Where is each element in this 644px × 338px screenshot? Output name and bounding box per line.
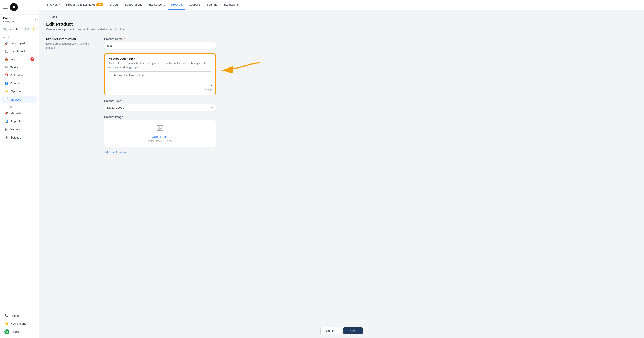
settings-icon: ⚙ <box>4 135 8 139</box>
tools-section-label: Tools <box>0 103 39 109</box>
upload-hint: PNG, JPG up to 2MB <box>148 140 172 142</box>
product-type-group: Product Type * Digital goods Physical go… <box>104 99 216 111</box>
nav-proposals[interactable]: Proposals & Estimates New <box>64 0 106 10</box>
profile-avatar: GP <box>4 329 9 334</box>
sidebar-item-contacts[interactable]: 👥 Contacts <box>1 80 38 87</box>
nav-orders[interactable]: Orders <box>107 0 121 10</box>
arrow-annotation <box>215 58 264 81</box>
lightning-icon: ⚡ <box>31 27 36 31</box>
sidebar-item-label: Reporting <box>10 120 23 123</box>
nav-subscriptions[interactable]: Subscriptions <box>122 0 145 10</box>
svg-text:+: + <box>162 125 163 127</box>
nav-products[interactable]: Products <box>168 0 185 10</box>
additional-options-link[interactable]: Additional options › <box>104 151 216 154</box>
sidebar-item-phone[interactable]: 📞 Phone <box>1 312 38 319</box>
sidebar-item-label: Inbox <box>10 58 18 61</box>
form-main: Product Name * Product Description Use t… <box>104 37 216 154</box>
form-section-desc: Define product description, type and ima… <box>46 42 95 50</box>
nav-settings[interactable]: Settings <box>204 0 220 10</box>
upload-link[interactable]: Upload a file <box>152 135 168 138</box>
inbox-badge: 0 <box>30 57 34 61</box>
sidebar-item-label: Tasks <box>10 66 18 69</box>
chevron-down-icon: ▾ <box>34 19 36 21</box>
back-button[interactable]: ← Back <box>46 15 637 19</box>
sidebar-item-dashboard[interactable]: ▦ Dashboard <box>1 47 38 55</box>
required-indicator: * <box>122 99 123 103</box>
sidebar-item-label: Settings <box>10 136 21 139</box>
search-bar[interactable]: 🔍 Search ⌘K ⚡ <box>0 25 39 33</box>
nav-coupons[interactable]: Coupons <box>186 0 203 10</box>
menu-icon[interactable] <box>3 5 8 10</box>
calendars-icon: 📅 <box>4 73 8 77</box>
svg-point-2 <box>158 127 159 128</box>
cancel-button[interactable]: Cancel <box>320 327 340 334</box>
nav-label: Orders <box>110 3 118 6</box>
account-switcher[interactable]: Demo Irvine, CA ▾ <box>0 15 39 25</box>
pipeline-icon: ⚡ <box>4 89 8 93</box>
sidebar-item-calendars[interactable]: 📅 Calendars <box>1 72 38 79</box>
nav-label: Transactions <box>148 3 165 6</box>
product-name-input[interactable] <box>104 42 216 49</box>
nav-label: Products <box>171 3 182 6</box>
product-image-label: Product Image <box>104 115 216 119</box>
product-type-select[interactable]: Digital goods Physical goods Service <box>104 104 216 111</box>
sidebar-item-reporting[interactable]: 📊 Reporting <box>1 117 38 125</box>
inbox-icon: 📥 <box>4 57 8 61</box>
phone-icon: 📞 <box>4 314 8 318</box>
apps-section-label: Apps <box>0 33 39 39</box>
search-label: Search <box>8 28 18 31</box>
sidebar-item-label: Profile <box>12 330 20 333</box>
product-type-label: Product Type * <box>104 99 216 103</box>
tasks-icon: ☑ <box>4 65 8 69</box>
sidebar-item-label: Dashboard <box>10 50 25 53</box>
sidebar-item-invoices[interactable]: 📄 Invoices <box>1 96 38 103</box>
form-section-title: Product Information <box>46 37 95 41</box>
main-content: Invoices ▾ Proposals & Estimates New Ord… <box>39 0 644 338</box>
sidebar-item-label: Notifications <box>10 322 26 325</box>
nav-label: Coupons <box>189 3 200 6</box>
nav-invoices[interactable]: Invoices ▾ <box>44 0 63 10</box>
sidebar-item-tasks[interactable]: ☑ Tasks <box>1 63 38 71</box>
nav-label: Proposals & Estimates <box>66 3 96 6</box>
nav-label: Integrations <box>224 3 239 6</box>
sidebar-item-youtube[interactable]: ▶ Youtube <box>1 125 38 133</box>
sidebar-item-label: Youtube <box>10 128 21 131</box>
sidebar-bottom: 📞 Phone 🔔 Notifications GP Profile <box>0 310 39 338</box>
sidebar-item-profile[interactable]: GP Profile <box>1 327 38 336</box>
product-image-group: Product Image + Upload a file PNG, JPG u… <box>104 115 216 147</box>
desc-tooltip-text: Use this field to optionally store a lon… <box>108 61 212 69</box>
form-sidebar: Product Information Define product descr… <box>46 37 95 50</box>
page-title: Edit Product <box>46 22 637 27</box>
chevron-down-icon: ▾ <box>59 4 60 6</box>
page-subtitle: Create a new product to sell on funnels/… <box>46 28 637 31</box>
product-description-textarea[interactable] <box>108 72 212 87</box>
account-name: Demo <box>3 17 14 20</box>
sidebar-item-label: Marketing <box>10 112 23 115</box>
contacts-icon: 👥 <box>4 81 8 85</box>
nav-label: Settings <box>207 3 217 6</box>
avatar: A <box>10 3 18 11</box>
nav-integrations[interactable]: Integrations <box>221 0 242 10</box>
youtube-icon: ▶ <box>4 127 8 131</box>
nav-transactions[interactable]: Transactions <box>146 0 168 10</box>
account-location: Irvine, CA <box>3 20 14 23</box>
sidebar: A Demo Irvine, CA ▾ 🔍 Search ⌘K ⚡ Apps 🚀… <box>0 0 39 338</box>
sidebar-item-notifications[interactable]: 🔔 Notifications <box>1 320 38 327</box>
sidebar-item-launchpad[interactable]: 🚀 Launchpad <box>1 39 38 47</box>
invoices-icon: 📄 <box>4 97 8 101</box>
sidebar-item-pipeline[interactable]: ⚡ Pipeline <box>1 88 38 95</box>
sidebar-item-marketing[interactable]: 📣 Marketing <box>1 109 38 117</box>
search-shortcut: ⌘K <box>24 27 30 31</box>
upload-icon: + <box>156 124 164 134</box>
search-icon: 🔍 <box>3 28 7 31</box>
form-layout: Product Information Define product descr… <box>46 37 637 154</box>
additional-options-label: Additional options <box>104 151 127 154</box>
back-arrow-icon: ← <box>46 15 49 19</box>
save-button[interactable]: Save <box>344 327 362 334</box>
sidebar-item-inbox[interactable]: 📥 Inbox 0 <box>1 55 38 63</box>
new-badge: New <box>96 3 103 6</box>
product-name-group: Product Name * <box>104 37 216 49</box>
sidebar-item-settings[interactable]: ⚙ Settings <box>1 134 38 141</box>
top-nav: Invoices ▾ Proposals & Estimates New Ord… <box>39 0 644 10</box>
product-image-upload[interactable]: + Upload a file PNG, JPG up to 2MB <box>104 120 216 147</box>
